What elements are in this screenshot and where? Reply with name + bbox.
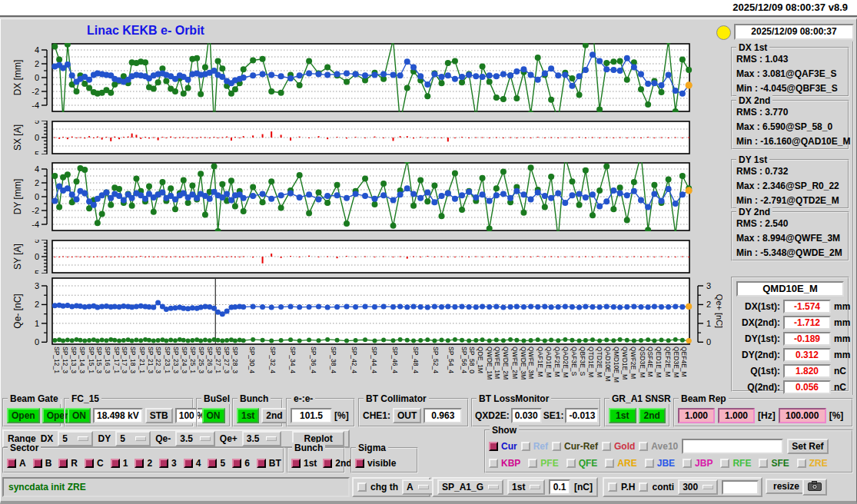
sy-steering-chart[interactable]: 50-5SY [A] bbox=[12, 240, 722, 274]
svg-text:5: 5 bbox=[35, 240, 39, 244]
extra-input[interactable] bbox=[722, 480, 759, 495]
x-axis-label: QTD1E_M bbox=[587, 346, 595, 377]
range-dy-select[interactable]: 5 bbox=[115, 431, 151, 446]
checkbox-2[interactable] bbox=[135, 459, 144, 468]
chg-th-select[interactable]: A bbox=[402, 479, 433, 495]
checkbox-cur-ref[interactable] bbox=[552, 442, 561, 451]
checkbox-sfe[interactable] bbox=[759, 459, 768, 468]
check-item-sfe: SFE bbox=[759, 458, 789, 469]
check-item-ref: Ref bbox=[521, 441, 548, 452]
status-message: syncdata init ZRE bbox=[2, 477, 350, 497]
threshold-input[interactable]: 0.1 bbox=[549, 479, 570, 495]
svg-text:3: 3 bbox=[35, 281, 39, 290]
checkbox-ref[interactable] bbox=[521, 442, 530, 451]
monitor-row: DX(2nd):-1.712mm bbox=[732, 314, 848, 330]
camera-snapshot-button[interactable] bbox=[802, 479, 827, 496]
checkbox-zre[interactable] bbox=[797, 459, 806, 468]
monitor-select[interactable]: SP_A1_G bbox=[437, 479, 503, 495]
fc15-stb-button[interactable]: STB bbox=[145, 408, 173, 423]
x-axis-label: SP_25_1 bbox=[189, 346, 197, 373]
bunch-1st-button[interactable]: 1st bbox=[237, 408, 259, 423]
range-dx-select[interactable]: 5 bbox=[58, 431, 93, 446]
checkbox-ave10[interactable] bbox=[639, 442, 648, 451]
qxd2e-value: 0.030 bbox=[511, 408, 542, 423]
checkbox-bt[interactable] bbox=[257, 459, 266, 468]
checkbox-cur[interactable] bbox=[489, 442, 498, 451]
dy-orbit-chart[interactable]: 420-2-4DY [mm] bbox=[12, 162, 722, 231]
svg-text:-5: -5 bbox=[32, 150, 39, 154]
beam-gate-open-button-1[interactable]: Open bbox=[7, 408, 40, 423]
checkbox-label: ZRE bbox=[809, 458, 828, 469]
chg-th-checkbox[interactable] bbox=[357, 482, 367, 492]
x-axis-label: SP_36_4 bbox=[310, 346, 317, 373]
checkbox-4[interactable] bbox=[184, 459, 193, 468]
checkbox-label: KBP bbox=[501, 458, 520, 469]
busel-on-button[interactable]: ON bbox=[202, 408, 225, 423]
svg-text:0: 0 bbox=[35, 252, 39, 261]
checkbox-6[interactable] bbox=[232, 459, 241, 468]
charge-chart[interactable]: 3210Qe- [nC]3210Qe+ [nC] bbox=[12, 277, 722, 345]
x-axis-label: QEF4E_M bbox=[680, 346, 688, 377]
checkbox-c[interactable] bbox=[85, 459, 94, 468]
checkbox-label: 6 bbox=[244, 458, 250, 469]
fc15-label: FC_15 bbox=[69, 393, 101, 404]
check-item-jbe: JBE bbox=[645, 458, 675, 469]
chg-th-label: chg th bbox=[370, 482, 398, 492]
bunch-2nd-button[interactable]: 2nd bbox=[261, 408, 287, 423]
x-axis-label: QBF3E_S bbox=[579, 346, 586, 376]
che1-label: CHE1: bbox=[363, 410, 390, 421]
gr-a1-1st-button[interactable]: 1st bbox=[609, 408, 636, 423]
monitor-row: DX(1st):-1.574mm bbox=[732, 298, 848, 314]
sx-steering-chart[interactable]: 50-5SX [A] bbox=[12, 121, 722, 154]
bunch-select[interactable]: 1st bbox=[507, 479, 545, 495]
checkbox-2nd[interactable] bbox=[323, 459, 332, 468]
checkbox-are[interactable] bbox=[605, 459, 614, 468]
sigma-label: Sigma bbox=[356, 443, 388, 453]
x-axis-label: QWDE_3M bbox=[520, 346, 527, 380]
stat-group-dy-2nd: DY 2ndRMS : 2.540Max : 8.994@QWFE_3MMin … bbox=[731, 211, 849, 261]
gr-a1-2nd-button[interactable]: 2nd bbox=[639, 408, 666, 423]
checkbox-pfe[interactable] bbox=[528, 459, 537, 468]
monitor-row-label: DY(2nd): bbox=[736, 350, 780, 360]
resize-button[interactable]: resize bbox=[766, 479, 807, 494]
check-item-are: ARE bbox=[605, 458, 636, 469]
checkbox-1[interactable] bbox=[111, 459, 120, 468]
monitor-row-value: 1.820 bbox=[783, 364, 831, 378]
x-axis-label: QWFE_1M bbox=[493, 346, 501, 379]
set-ref-button[interactable]: Set Ref bbox=[787, 439, 828, 454]
checkbox-visible[interactable] bbox=[355, 459, 364, 468]
range-qe-minus-label: Qe- bbox=[155, 433, 171, 444]
range-qe-plus-select[interactable]: 3.5 bbox=[242, 431, 282, 446]
x-axis-labels: SP_A1_9SP_12_1SP_12_3SP_13_3SP_14_3SP_15… bbox=[52, 346, 689, 393]
x-axis-label: SP_24_3 bbox=[181, 346, 188, 373]
dx-orbit-chart[interactable]: 420-2-4DX [mm] bbox=[12, 43, 722, 112]
range-qe-minus-select[interactable]: 3.5 bbox=[175, 431, 215, 446]
x-axis-label: QSD3E_M bbox=[639, 346, 646, 378]
checkbox-1st[interactable] bbox=[291, 459, 301, 468]
checkbox-jbp[interactable] bbox=[683, 459, 692, 468]
checkbox-r[interactable] bbox=[58, 459, 68, 468]
checkbox-3[interactable] bbox=[159, 459, 168, 468]
points-select[interactable]: 300 bbox=[678, 479, 718, 495]
ref-name-input[interactable] bbox=[682, 439, 783, 454]
checkbox-kbp[interactable] bbox=[489, 459, 498, 468]
checkbox-qfe[interactable] bbox=[566, 459, 576, 468]
beam-rep-value-1: 1.000 bbox=[678, 408, 715, 423]
fc15-on-button[interactable]: ON bbox=[68, 408, 91, 423]
checkbox-gold[interactable] bbox=[602, 442, 611, 451]
checkbox-a[interactable] bbox=[7, 459, 16, 468]
conti-checkbox[interactable] bbox=[639, 482, 648, 492]
checkbox-5[interactable] bbox=[208, 459, 217, 468]
stat-line: Max : 2.346@SP_R0_22 bbox=[732, 179, 848, 194]
x-axis-label: QMD10E_M bbox=[613, 346, 620, 383]
che1-out-button[interactable]: OUT bbox=[393, 408, 421, 423]
checkbox-rfe[interactable] bbox=[720, 459, 729, 468]
check-item-rfe: RFE bbox=[720, 458, 751, 469]
checkbox-b[interactable] bbox=[33, 459, 42, 468]
checkbox-jbe[interactable] bbox=[645, 459, 654, 468]
monitor-name[interactable]: QMD10E_M bbox=[736, 281, 844, 297]
check-item-1: 1 bbox=[111, 458, 128, 469]
checkbox-label: BT bbox=[269, 458, 281, 469]
current-datetime: 2025/12/09 08:00:37 bbox=[734, 24, 854, 40]
ph-checkbox[interactable] bbox=[608, 482, 617, 492]
